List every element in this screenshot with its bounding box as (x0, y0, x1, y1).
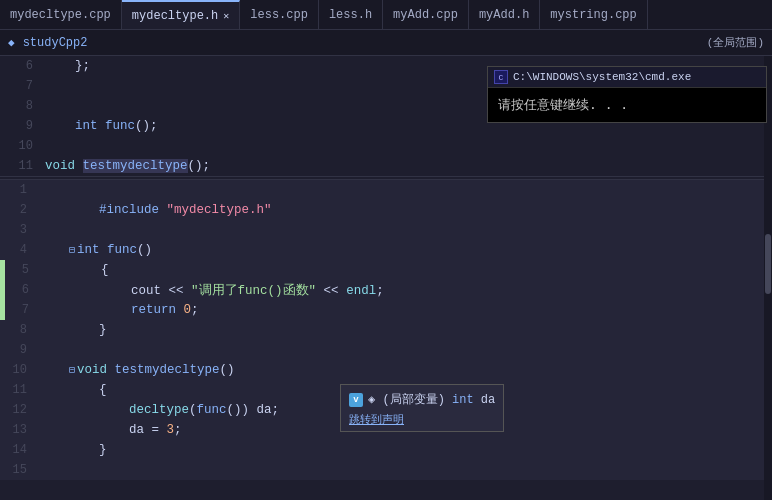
table-row: 1 (0, 180, 772, 200)
table-row: 11 void testmydecltype(); (0, 156, 772, 176)
line-number: 12 (0, 403, 35, 417)
line-content: } (35, 443, 772, 457)
line-content: return 0; (37, 303, 772, 317)
line-number: 5 (7, 263, 37, 277)
cmd-terminal-popup: C C:\WINDOWS\system32\cmd.exe 请按任意键继续. .… (487, 66, 767, 123)
cmd-icon: C (494, 70, 508, 84)
tab-label: mydecltype.cpp (10, 8, 111, 22)
bottom-code-section: 1 2 #include "mydecltype.h" 3 4 ⊟int fun… (0, 179, 772, 480)
tab-label: myAdd.cpp (393, 8, 458, 22)
line-content: cout << "调用了func()函数" << endl; (37, 282, 772, 299)
cmd-titlebar: C C:\WINDOWS\system32\cmd.exe (488, 67, 766, 88)
tab-mydecltype-cpp[interactable]: mydecltype.cpp (0, 0, 122, 30)
line-number: 2 (0, 203, 35, 217)
line-number: 7 (6, 79, 41, 93)
autocomplete-text: ◈ (局部变量) int da (368, 391, 495, 408)
line-number: 14 (0, 443, 35, 457)
table-row: 15 (0, 460, 772, 480)
line-number: 4 (0, 243, 35, 257)
scope-label: (全局范围) (707, 35, 764, 50)
table-row: 5 { (0, 260, 772, 280)
line-content: } (35, 323, 772, 337)
line-number: 11 (6, 159, 41, 173)
close-icon[interactable]: ✕ (223, 10, 229, 22)
autocomplete-popup: v ◈ (局部变量) int da 跳转到声明 (340, 384, 504, 432)
tab-mydecltype-h[interactable]: mydecltype.h ✕ (122, 0, 240, 30)
line-number: 8 (0, 323, 35, 337)
table-row: 9 (0, 340, 772, 360)
line-number: 10 (0, 363, 35, 377)
editor-area: 6 }; 7 8 9 int func(); (0, 56, 772, 500)
tab-label: mystring.cpp (550, 8, 636, 22)
gutter-mark-green (0, 280, 5, 300)
line-number: 6 (7, 283, 37, 297)
tab-label: myAdd.h (479, 8, 529, 22)
line-number: 9 (6, 119, 41, 133)
cmd-content: 请按任意键继续. . . (488, 88, 766, 122)
separator (0, 176, 772, 177)
line-number: 7 (7, 303, 37, 317)
line-content: void testmydecltype(); (41, 159, 772, 173)
line-number: 6 (6, 59, 41, 73)
scrollbar-thumb[interactable] (765, 234, 771, 294)
gutter-mark-green (0, 260, 5, 280)
project-bar: ◆ studyCpp2 (全局范围) (0, 30, 772, 56)
table-row: 7 return 0; (0, 300, 772, 320)
gutter-mark-green (0, 300, 5, 320)
line-number: 9 (0, 343, 35, 357)
line-number: 10 (6, 139, 41, 153)
line-number: 8 (6, 99, 41, 113)
line-number: 15 (0, 463, 35, 477)
tab-myadd-cpp[interactable]: myAdd.cpp (383, 0, 469, 30)
tab-mystring-cpp[interactable]: mystring.cpp (540, 0, 647, 30)
tab-label-active: mydecltype.h (132, 9, 218, 23)
table-row: 4 ⊟int func() (0, 240, 772, 260)
project-icon: ◆ (8, 36, 15, 49)
cmd-title: C:\WINDOWS\system32\cmd.exe (513, 71, 691, 83)
autocomplete-icon: v (349, 393, 363, 407)
line-content: { (37, 263, 772, 277)
tab-myadd-h[interactable]: myAdd.h (469, 0, 540, 30)
table-row: 10 (0, 136, 772, 156)
jump-to-declaration-link[interactable]: 跳转到声明 (349, 410, 495, 427)
project-name: studyCpp2 (23, 36, 88, 50)
line-number: 1 (0, 183, 35, 197)
tab-less-cpp[interactable]: less.cpp (240, 0, 319, 30)
table-row: 6 cout << "调用了func()函数" << endl; (0, 280, 772, 300)
table-row: 2 #include "mydecltype.h" (0, 200, 772, 220)
line-number: 13 (0, 423, 35, 437)
cmd-text: 请按任意键继续. . . (498, 97, 628, 112)
line-content: #include "mydecltype.h" (35, 203, 772, 217)
line-content: ⊟void testmydecltype() (35, 363, 772, 377)
tab-less-h[interactable]: less.h (319, 0, 383, 30)
line-number: 3 (0, 223, 35, 237)
code-panel[interactable]: 6 }; 7 8 9 int func(); (0, 56, 772, 500)
table-row: 3 (0, 220, 772, 240)
tab-bar: mydecltype.cpp mydecltype.h ✕ less.cpp l… (0, 0, 772, 30)
tab-label: less.h (329, 8, 372, 22)
table-row: 10 ⊟void testmydecltype() (0, 360, 772, 380)
tab-label: less.cpp (250, 8, 308, 22)
line-number: 11 (0, 383, 35, 397)
table-row: 14 } (0, 440, 772, 460)
autocomplete-item: v ◈ (局部变量) int da (349, 389, 495, 410)
line-content: ⊟int func() (35, 243, 772, 257)
table-row: 8 } (0, 320, 772, 340)
